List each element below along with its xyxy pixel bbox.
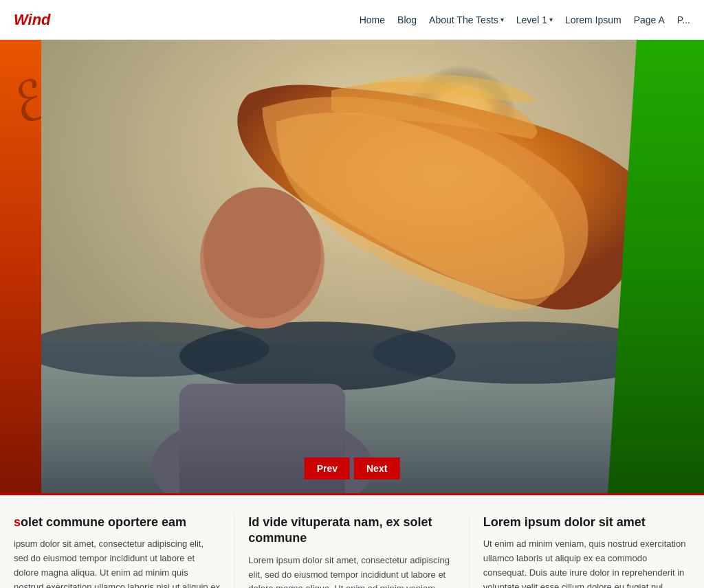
col3-text: Ut enim ad minim veniam, quis nostrud ex… [483, 537, 690, 588]
nav-about-tests[interactable]: About The Tests ▾ [429, 14, 504, 25]
next-button[interactable]: Next [354, 457, 399, 479]
col2-title: Id vide vituperata nam, ex solet commune [248, 514, 454, 547]
content-col-1: solet commune oportere eam ipsum dolor s… [0, 514, 234, 588]
nav-blog[interactable]: Blog [397, 14, 417, 25]
slide-image [41, 40, 663, 493]
nav-home[interactable]: Home [360, 14, 385, 25]
content-section: solet commune oportere eam ipsum dolor s… [0, 493, 704, 588]
site-header: Wind Home Blog About The Tests ▾ Level 1… [0, 0, 704, 40]
col2-text: Lorem ipsum dolor sit amet, consectetur … [248, 554, 454, 588]
slide-center-panel [41, 40, 663, 493]
prev-button[interactable]: Prev [305, 457, 350, 479]
content-col-2: Id vide vituperata nam, ex solet commune… [234, 514, 469, 588]
site-logo[interactable]: Wind [14, 11, 51, 29]
col1-title-accent: s [14, 515, 21, 529]
slider-controls: Prev Next [305, 457, 400, 479]
chevron-down-icon: ▾ [549, 16, 553, 23]
nav-page-p[interactable]: P... [677, 14, 690, 25]
nav-level1[interactable]: Level 1 ▾ [516, 14, 553, 25]
svg-point-10 [204, 187, 321, 318]
hero-slider: ℰ [0, 40, 704, 493]
content-col-3: Lorem ipsum dolor sit amet Ut enim ad mi… [470, 514, 704, 588]
col3-title: Lorem ipsum dolor sit amet [483, 514, 690, 530]
col1-title: solet commune oportere eam [14, 514, 220, 530]
hero-image-svg [41, 40, 663, 493]
content-grid: solet commune oportere eam ipsum dolor s… [0, 514, 704, 588]
nav-page-a[interactable]: Page A [634, 14, 665, 25]
main-nav: Home Blog About The Tests ▾ Level 1 ▾ Lo… [360, 14, 690, 25]
col1-text: ipsum dolor sit amet, consectetur adipis… [14, 537, 220, 588]
chevron-down-icon: ▾ [500, 16, 504, 23]
nav-lorem-ipsum[interactable]: Lorem Ipsum [565, 14, 622, 25]
